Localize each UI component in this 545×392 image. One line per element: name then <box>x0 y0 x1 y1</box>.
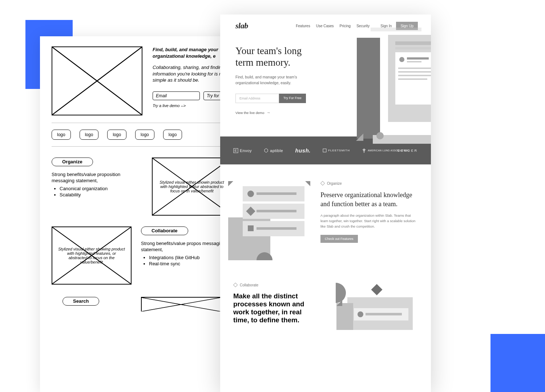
hero-illustration <box>349 28 431 145</box>
customer-envoy: E Envoy <box>233 148 252 153</box>
collaborate-bullet: Integrations (like GitHub <box>149 254 232 261</box>
nav-security[interactable]: Security <box>356 24 370 28</box>
nav-pricing[interactable]: Pricing <box>340 24 351 28</box>
collaborate-image-caption: Stylized visual either showing product w… <box>58 247 125 264</box>
logo-placeholder: logo <box>135 130 154 140</box>
collaborate-text: Collaborate Strong benefits/value propos… <box>141 226 232 285</box>
svg-rect-21 <box>398 78 427 80</box>
logo-placeholder: logo <box>52 130 71 140</box>
svg-rect-23 <box>395 47 431 49</box>
svg-rect-41 <box>257 210 296 212</box>
organize-bullet: Canonical organization <box>60 185 142 192</box>
organize-image-placeholder: Stylized visual either showin product wi… <box>152 158 232 216</box>
view-demo-label: View the live demo <box>235 111 265 115</box>
svg-rect-20 <box>398 75 431 76</box>
check-features-button[interactable]: Check out Features <box>320 235 358 243</box>
customer-aptible: aptible <box>264 148 283 153</box>
organize-image-caption: Stylized visual either showin product wi… <box>158 180 225 193</box>
collaborate-title: Make all the distinct processes known an… <box>233 292 317 324</box>
organize-illustration <box>228 181 312 266</box>
svg-rect-44 <box>257 227 296 230</box>
collaborate-headline: Strong benefits/value propos messaging s… <box>141 240 232 253</box>
svg-rect-18 <box>398 68 431 69</box>
svg-rect-38 <box>257 192 296 195</box>
logo-placeholder: logo <box>80 130 99 140</box>
svg-point-25 <box>376 132 384 139</box>
signin-link[interactable]: Sign In <box>380 24 392 28</box>
organize-tag: Organize <box>320 181 418 185</box>
svg-rect-19 <box>398 71 431 73</box>
svg-rect-17 <box>407 61 421 62</box>
logo-placeholder: logo <box>107 130 126 140</box>
svg-point-37 <box>247 191 254 197</box>
organize-body: A paragraph about the organization withi… <box>320 213 418 229</box>
email-input[interactable]: Email Address <box>235 94 279 103</box>
collaborate-illustration <box>326 283 413 331</box>
nav-use-cases[interactable]: Use Cases <box>316 24 334 28</box>
arrow-right-icon: → <box>267 110 271 115</box>
logo-row: logo logo logo logo logo <box>52 128 232 141</box>
search-text: Search <box>52 297 132 311</box>
customer-sonder: SONDER <box>397 149 418 152</box>
hero-image-placeholder <box>52 46 142 115</box>
svg-rect-48 <box>336 303 353 330</box>
mockup-panel: slab Features Use Cases Pricing Security… <box>220 15 431 392</box>
view-demo-link[interactable]: View the live demo → <box>235 110 319 115</box>
svg-rect-46 <box>233 283 237 287</box>
customer-fleetsmith: FLEETSMITH <box>323 148 350 152</box>
svg-rect-45 <box>320 181 324 185</box>
primary-nav: Features Use Cases Pricing Security <box>296 24 370 28</box>
organize-pill: Organize <box>52 158 93 166</box>
collaborate-tag: Collaborate <box>233 283 317 287</box>
diamond-icon <box>233 283 238 287</box>
logo-placeholder: logo <box>163 130 182 140</box>
search-image-placeholder <box>141 297 221 311</box>
try-free-button[interactable]: Try For Free <box>279 94 306 103</box>
organize-title: Preserve organizational knowledge and fu… <box>320 191 418 208</box>
divider <box>52 123 232 123</box>
diamond-icon <box>320 181 325 185</box>
search-pill: Search <box>62 297 99 306</box>
email-input[interactable]: Email <box>153 91 200 100</box>
organize-headline: Strong benefits/value proposition messag… <box>52 171 142 184</box>
collaborate-bullet: Real-time sync <box>149 261 232 267</box>
svg-rect-13 <box>357 38 380 139</box>
brand-logo[interactable]: slab <box>235 21 248 30</box>
hero-title: Your team's long term memory. <box>235 45 319 69</box>
nav-features[interactable]: Features <box>296 24 310 28</box>
svg-rect-16 <box>407 57 429 60</box>
collaborate-pill: Collaborate <box>141 226 188 235</box>
svg-rect-43 <box>248 225 254 231</box>
decoration-blue-bottom-right <box>490 334 545 392</box>
svg-rect-29 <box>323 149 326 152</box>
organize-bullet: Scalability <box>60 192 142 198</box>
svg-rect-49 <box>371 284 382 295</box>
customer-ala: AMERICAN LUNG ASSOCIATION <box>362 148 385 153</box>
organize-text: Organize Strong benefits/value propositi… <box>52 158 142 216</box>
collaborate-image-placeholder: Stylized visual either showing product w… <box>52 226 132 285</box>
wireframe-panel: Find, build, and manage your organizatio… <box>40 36 243 392</box>
svg-text:E: E <box>235 149 237 152</box>
svg-rect-52 <box>366 313 402 315</box>
divider <box>52 146 232 147</box>
svg-marker-34 <box>305 181 310 186</box>
svg-marker-33 <box>228 181 233 186</box>
svg-point-15 <box>399 57 404 62</box>
hero-subtitle: Find, build, and manage your team's orga… <box>235 74 308 86</box>
customer-hush: hush. <box>295 147 311 154</box>
svg-rect-22 <box>395 41 431 45</box>
svg-point-51 <box>358 311 363 317</box>
